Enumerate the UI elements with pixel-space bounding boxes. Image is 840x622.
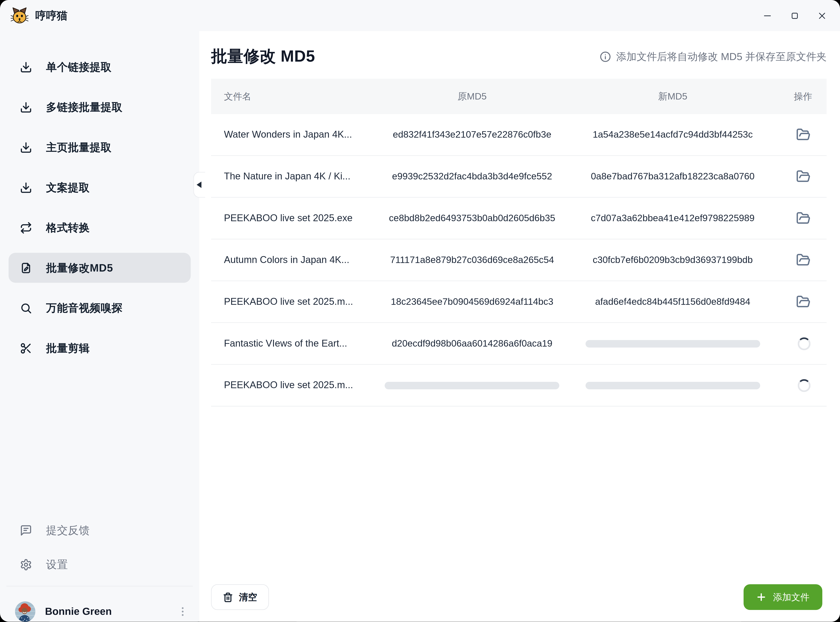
search-icon bbox=[20, 302, 32, 314]
user-row[interactable]: Bonnie Green bbox=[0, 587, 199, 622]
open-folder-icon[interactable] bbox=[796, 253, 811, 267]
scissors-icon bbox=[20, 342, 32, 354]
plus-icon bbox=[756, 592, 766, 602]
sidebar-footer: 提交反馈 设置 bbox=[0, 515, 199, 579]
cell-old-md5: ed832f41f343e2107e57e22876c0fb3e bbox=[372, 129, 573, 140]
loading-placeholder bbox=[585, 381, 760, 389]
sidebar-item-label: 主页批量提取 bbox=[46, 140, 111, 154]
cell-action bbox=[773, 379, 827, 392]
sidebar-collapse-button[interactable] bbox=[194, 172, 205, 198]
sidebar-footer-item-1[interactable]: 提交反馈 bbox=[9, 515, 191, 545]
sidebar-item-label: 批量剪辑 bbox=[46, 341, 90, 355]
table-row: PEEKABOO live set 2025.exe ce8bd8b2ed649… bbox=[211, 198, 827, 239]
cell-action bbox=[773, 169, 827, 184]
sidebar-footer-item-label: 提交反馈 bbox=[46, 523, 90, 537]
main-panel: 批量修改 MD5 添加文件后将自动修改 MD5 并保存至原文件夹 文件名 原MD… bbox=[199, 31, 840, 622]
clear-button[interactable]: 清空 bbox=[211, 584, 269, 610]
table-row: Fantastic VIews of the Eart... d20ecdf9d… bbox=[211, 323, 827, 364]
actions-bar: 清空 添加文件 bbox=[211, 584, 823, 610]
cell-filename: Fantastic VIews of the Eart... bbox=[211, 338, 372, 349]
cell-action bbox=[773, 253, 827, 267]
titlebar: 哼哼猫 bbox=[0, 0, 840, 31]
auto-save-hint: 添加文件后将自动修改 MD5 并保存至原文件夹 bbox=[600, 50, 826, 64]
main-header: 批量修改 MD5 添加文件后将自动修改 MD5 并保存至原文件夹 bbox=[211, 46, 827, 67]
sidebar-item-4[interactable]: 文案提取 bbox=[9, 172, 191, 202]
app-identity: 哼哼猫 bbox=[11, 7, 67, 24]
open-folder-icon[interactable] bbox=[796, 128, 811, 142]
cell-old-md5: ce8bd8b2ed6493753b0ab0d2605d6b35 bbox=[372, 213, 573, 224]
sidebar-item-8[interactable]: 批量剪辑 bbox=[9, 333, 191, 363]
cell-filename: PEEKABOO live set 2025.exe bbox=[211, 213, 372, 224]
gear-icon bbox=[20, 558, 32, 570]
info-icon bbox=[600, 50, 611, 63]
download-icon bbox=[20, 61, 32, 73]
sidebar-item-label: 批量修改MD5 bbox=[46, 261, 113, 275]
sidebar-item-label: 文案提取 bbox=[46, 180, 90, 195]
table-row: PEEKABOO live set 2025.m... bbox=[211, 364, 827, 406]
avatar bbox=[15, 601, 35, 622]
cell-new-md5: 1a54a238e5e14acfd7c94dd3bf44253c bbox=[573, 129, 773, 140]
cell-action bbox=[773, 128, 827, 142]
sidebar-item-2[interactable]: 多链接批量提取 bbox=[9, 92, 191, 122]
column-header-new-md5: 新MD5 bbox=[573, 90, 773, 103]
sidebar-item-label: 多链接批量提取 bbox=[46, 100, 122, 114]
cell-old-md5 bbox=[372, 381, 573, 389]
cell-filename: Autumn Colors in Japan 4K... bbox=[211, 255, 372, 266]
cell-old-md5: e9939c2532d2fac4bda3b3d4e9fce552 bbox=[372, 171, 573, 182]
sidebar-item-6[interactable]: 批量修改MD5 bbox=[9, 253, 191, 283]
loading-placeholder bbox=[585, 340, 760, 348]
sidebar-item-5[interactable]: 格式转换 bbox=[9, 213, 191, 242]
user-name: Bonnie Green bbox=[45, 606, 167, 617]
loading-spinner bbox=[797, 379, 811, 392]
download-icon bbox=[20, 181, 32, 194]
md5-table: 文件名 原MD5 新MD5 操作 Water Wonders in Japan … bbox=[211, 79, 827, 406]
sidebar-footer-item-2[interactable]: 设置 bbox=[9, 549, 191, 579]
add-files-button-label: 添加文件 bbox=[773, 591, 809, 603]
minimize-icon[interactable] bbox=[762, 10, 773, 21]
cell-action bbox=[773, 294, 827, 309]
cell-filename: The Nature in Japan 4K / Ki... bbox=[211, 171, 372, 182]
cell-action bbox=[773, 337, 827, 350]
cell-old-md5: 18c23645ee7b0904569d6924af114bc3 bbox=[372, 296, 573, 308]
sidebar-item-label: 单个链接提取 bbox=[46, 59, 111, 74]
table-row: Autumn Colors in Japan 4K... 711171a8e87… bbox=[211, 239, 827, 281]
cell-old-md5: d20ecdf9d98b06aa6014286a6f0aca19 bbox=[372, 338, 573, 349]
app-window: 哼哼猫 单个链接提取 多链接批量提取 主页批量提取 文案提取 bbox=[0, 0, 840, 622]
add-files-button[interactable]: 添加文件 bbox=[744, 584, 822, 610]
sidebar-item-label: 格式转换 bbox=[46, 220, 90, 235]
open-folder-icon[interactable] bbox=[796, 211, 811, 226]
cell-new-md5 bbox=[573, 340, 773, 348]
cell-new-md5: c7d07a3a62bbea41e412ef9798225989 bbox=[573, 213, 773, 224]
cell-filename: PEEKABOO live set 2025.m... bbox=[211, 380, 372, 391]
cell-filename: PEEKABOO live set 2025.m... bbox=[211, 296, 372, 308]
dots-vertical-icon[interactable] bbox=[177, 606, 189, 617]
cell-new-md5: 0a8e7bad767ba312afb18223ca8a0760 bbox=[573, 171, 773, 182]
hint-text: 添加文件后将自动修改 MD5 并保存至原文件夹 bbox=[616, 50, 826, 64]
open-folder-icon[interactable] bbox=[796, 169, 811, 184]
column-header-actions: 操作 bbox=[773, 90, 827, 102]
feedback-icon bbox=[20, 524, 32, 536]
sidebar-item-7[interactable]: 万能音视频嗅探 bbox=[9, 293, 191, 323]
cell-new-md5: c30fcb7ef6b0209b3cb9d36937199bdb bbox=[573, 255, 773, 266]
column-header-old-md5: 原MD5 bbox=[372, 90, 573, 103]
close-icon[interactable] bbox=[817, 10, 827, 21]
table-row: The Nature in Japan 4K / Ki... e9939c253… bbox=[211, 156, 827, 198]
repeat-icon bbox=[20, 221, 32, 234]
loading-spinner bbox=[797, 337, 811, 350]
sidebar-item-3[interactable]: 主页批量提取 bbox=[9, 133, 191, 162]
table-row: Water Wonders in Japan 4K... ed832f41f34… bbox=[211, 114, 827, 156]
table-body: Water Wonders in Japan 4K... ed832f41f34… bbox=[211, 114, 827, 406]
file-pen-icon bbox=[20, 262, 32, 274]
cell-new-md5 bbox=[573, 381, 773, 389]
open-folder-icon[interactable] bbox=[796, 294, 811, 309]
app-title: 哼哼猫 bbox=[35, 8, 67, 23]
cell-filename: Water Wonders in Japan 4K... bbox=[211, 129, 372, 140]
sidebar-item-1[interactable]: 单个链接提取 bbox=[9, 52, 191, 82]
trash-icon bbox=[223, 592, 233, 602]
loading-placeholder bbox=[385, 381, 559, 389]
page-title: 批量修改 MD5 bbox=[211, 46, 315, 67]
download-icon bbox=[20, 141, 32, 153]
download-icon bbox=[20, 101, 32, 113]
maximize-icon[interactable] bbox=[789, 10, 800, 21]
sidebar-spacer bbox=[0, 363, 199, 515]
